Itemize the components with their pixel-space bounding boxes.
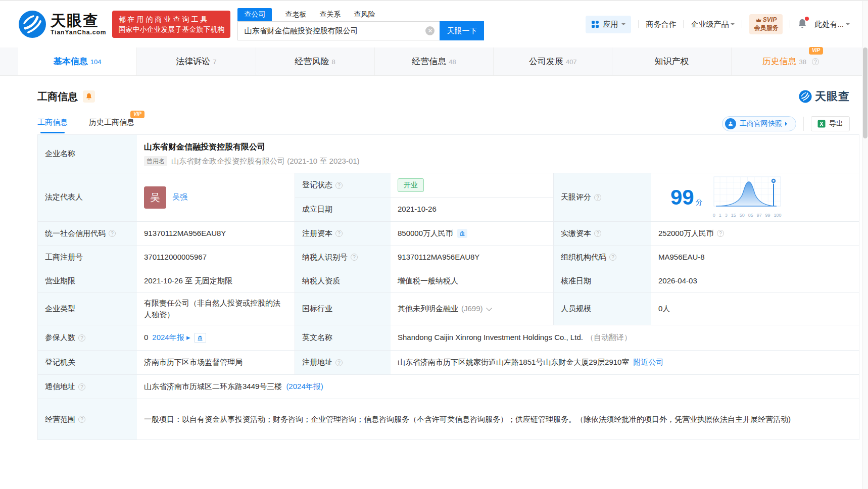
status-label: 登记状态? <box>295 173 391 198</box>
company-name-label: 企业名称 <box>38 135 137 173</box>
tab-operation-info[interactable]: 经营信息48 <box>375 47 494 75</box>
insured-value: 0 <box>144 332 148 344</box>
scrollbar[interactable] <box>862 1 868 489</box>
legal-rep-avatar[interactable]: 吴 <box>144 186 166 209</box>
help-icon[interactable]: ? <box>594 230 601 237</box>
apps-menu[interactable]: 应用 <box>586 16 631 33</box>
taxpayer-id-value: 91370112MA956EAU8Y <box>391 246 553 269</box>
help-icon[interactable]: ? <box>335 182 343 189</box>
search-tab-company[interactable]: 查公司 <box>237 8 272 21</box>
capital-bank-icon[interactable] <box>457 229 467 238</box>
credit-code-value: 91370112MA956EAU8Y <box>137 222 295 246</box>
subtab-business-info[interactable]: 工商信息 <box>37 118 68 133</box>
taxpayer-quality-label: 纳税人资质 <box>295 269 391 293</box>
company-name: 山东省财金信融投资控股有限公司 <box>144 141 265 153</box>
tab-intellectual-property[interactable]: 知识产权 <box>612 47 731 75</box>
business-info-section: 工商信息 天眼查 工商信息 VIP 历史工商 <box>0 89 868 440</box>
business-scope-value: 一般项目：以自有资金从事投资活动；财务咨询；企业管理咨询；信息咨询服务（不含许可… <box>137 399 859 439</box>
watermark-text: 天眼查 <box>815 89 850 104</box>
industry-code: (J699) <box>461 303 483 315</box>
company-type-value: 有限责任公司（非自然人投资或控股的法人独资） <box>137 293 295 325</box>
help-icon[interactable]: ? <box>78 383 85 390</box>
staff-size-value: 0人 <box>651 293 859 325</box>
search-tab-risk[interactable]: 查风险 <box>354 10 375 21</box>
score-axis-ticks: 0131550859799100 <box>713 212 782 219</box>
divider <box>638 20 639 28</box>
score-label: 天眼评分? <box>553 173 651 222</box>
tab-basic-info[interactable]: 基本信息104 <box>18 47 137 75</box>
divider <box>790 20 790 28</box>
top-header: 天眼查 TianYanCha.com 都在用的商业查询工具 国家中小企业发展子基… <box>0 1 868 47</box>
chevron-down-icon <box>621 23 625 27</box>
notifications-bell[interactable] <box>797 18 807 31</box>
company-tabbar: 基本信息104 法律诉讼7 经营风险8 经营信息48 公司发展407 知识产权 … <box>0 47 868 76</box>
apps-label: 应用 <box>603 20 618 29</box>
search-button[interactable]: 天眼一下 <box>440 21 484 40</box>
help-icon[interactable]: ? <box>594 194 601 201</box>
user-menu[interactable]: 此处有... <box>814 20 850 29</box>
english-name-value: Shandong Caijin Xinrong Investment Holdi… <box>398 332 583 344</box>
business-info-table: 企业名称 山东省财金信融投资控股有限公司 曾用名 山东省财金政企投资控股有限公司… <box>37 134 859 440</box>
score-value: 99 <box>670 187 694 208</box>
chevron-down-icon[interactable] <box>486 305 492 311</box>
slogan-badge: 都在用的商业查询工具 国家中小企业发展子基金旗下机构 <box>112 11 230 38</box>
staff-size-label: 人员规模 <box>553 293 651 325</box>
search-tab-relation[interactable]: 查关系 <box>319 10 341 21</box>
tianyancha-logo-icon <box>799 90 812 103</box>
export-button[interactable]: 导出 <box>811 116 850 131</box>
former-name-badge: 曾用名 <box>144 156 167 166</box>
help-icon[interactable]: ? <box>78 334 85 341</box>
help-icon[interactable]: ? <box>335 230 343 237</box>
help-icon[interactable]: ? <box>109 230 116 237</box>
org-code-label: 组织机构代码? <box>553 246 651 269</box>
address-label: 注册地址? <box>295 351 391 375</box>
official-snapshot-button[interactable]: 工商官网快照 <box>722 116 796 131</box>
taxpayer-id-label: 纳税人识别号? <box>295 246 391 269</box>
org-code-value: MA956EAU-8 <box>651 246 859 269</box>
report-bank-icon[interactable] <box>194 333 206 343</box>
help-icon[interactable]: ? <box>609 254 616 261</box>
approval-date-value: 2026-04-03 <box>651 269 859 293</box>
search-tab-boss[interactable]: 查老板 <box>285 10 306 21</box>
mail-address-report-link[interactable]: (2024年报) <box>286 381 323 393</box>
crown-icon <box>756 18 761 23</box>
nearby-companies-link[interactable]: 附近公司 <box>633 357 663 368</box>
help-icon[interactable]: ? <box>351 254 358 261</box>
mail-address-label: 通信地址? <box>38 375 137 399</box>
reg-capital-value: 850000万人民币 <box>398 228 453 239</box>
nav-cooperation[interactable]: 商务合作 <box>646 20 676 29</box>
industry-label: 国标行业 <box>295 293 391 325</box>
tianyancha-logo[interactable]: 天眼查 TianYanCha.com <box>18 10 106 38</box>
nav-enterprise[interactable]: 企业级产品 <box>691 20 735 29</box>
score-unit: 分 <box>696 197 703 208</box>
help-icon[interactable]: ? <box>812 58 819 65</box>
monitor-bell-button[interactable] <box>83 90 95 103</box>
help-icon[interactable]: ? <box>78 416 85 423</box>
business-term-value: 2021-10-26 至 无固定期限 <box>137 269 295 293</box>
business-term-label: 营业期限 <box>38 269 137 293</box>
vip-badge: VIP <box>809 47 823 55</box>
taxpayer-quality-value: 增值税一般纳税人 <box>391 269 553 293</box>
search-input[interactable] <box>237 21 440 40</box>
tab-legal-proceedings[interactable]: 法律诉讼7 <box>137 47 256 75</box>
slogan-line-2: 国家中小企业发展子基金旗下机构 <box>118 24 224 34</box>
address-value: 山东省济南市历下区姚家街道山左路1851号山东财金大厦29层2910室 <box>398 357 629 368</box>
tianyancha-watermark: 天眼查 <box>799 89 850 104</box>
chevron-down-icon <box>846 23 850 27</box>
legal-rep-cell: 吴 吴强 <box>137 173 295 222</box>
svip-membership-button[interactable]: SVIP 会员服务 <box>749 14 783 34</box>
help-icon[interactable]: ? <box>717 230 724 237</box>
legal-rep-link[interactable]: 吴强 <box>172 191 187 203</box>
help-icon[interactable]: ? <box>335 359 343 366</box>
tab-operation-risk[interactable]: 经营风险8 <box>256 47 375 75</box>
annual-report-link[interactable]: 2024年报 ▸ <box>152 332 190 344</box>
section-title: 工商信息 <box>37 90 78 104</box>
scrollbar-thumb[interactable] <box>863 47 867 138</box>
reg-number-value: 370112000005967 <box>137 246 295 269</box>
tab-history-info[interactable]: VIP 历史信息 38 ? <box>732 47 850 75</box>
bell-icon <box>85 92 92 101</box>
arrow-right-icon <box>785 122 789 126</box>
tab-company-development[interactable]: 公司发展407 <box>494 47 612 75</box>
reg-capital-label: 注册资本? <box>295 222 391 246</box>
subtab-history-business-info[interactable]: VIP 历史工商信息 <box>89 118 134 133</box>
